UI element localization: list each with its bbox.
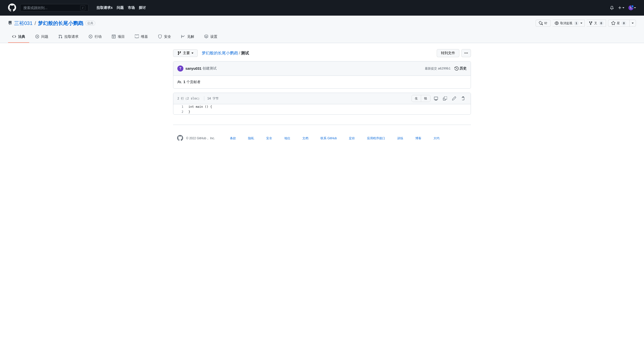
copy-button[interactable] <box>441 95 449 102</box>
history-icon <box>455 66 459 71</box>
footer-training[interactable]: 训练 <box>397 136 403 141</box>
code-actions: 生 怪 <box>412 95 467 102</box>
github-logo[interactable] <box>8 4 16 12</box>
more-options-button[interactable] <box>461 49 471 57</box>
watch-count: 1 <box>574 21 579 25</box>
goto-file-button[interactable]: 转到文件 <box>437 49 459 57</box>
commit-box: T sanyu031 创建测试 最新提交 a6299b1 历史 1 个贡献者 <box>173 61 471 89</box>
history-label: 历史 <box>460 66 467 71</box>
footer-links: 条款 隐私 安全 地位 文档 联系 GitHub 定价 应用程序接口 训练 博客… <box>230 136 439 141</box>
create-new-dropdown[interactable] <box>618 6 624 10</box>
star-label: 星 <box>617 21 620 26</box>
history-link[interactable]: 历史 <box>455 66 467 71</box>
footer-terms[interactable]: 条款 <box>230 136 236 141</box>
tab-pulls-label: 拉取请求 <box>64 33 78 40</box>
caret-down-icon <box>580 23 582 24</box>
unwatch-label: 取消监视 <box>560 21 572 26</box>
kebab-icon <box>464 51 468 55</box>
repo-actions: 针 取消监视 1 叉 0 星 <box>536 20 636 27</box>
unwatch-button[interactable]: 取消监视 1 <box>553 20 585 27</box>
repo-name-link[interactable]: 梦幻般的长尾小鹦鹉 <box>38 20 83 26</box>
commit-avatar[interactable]: T <box>177 65 183 72</box>
footer-blog[interactable]: 博客 <box>415 136 421 141</box>
file-nav: 主要 梦幻般的长尾小鹦鹉 / 测试 转到文件 <box>173 49 471 57</box>
search-input[interactable] <box>23 6 80 10</box>
branch-select[interactable]: 主要 <box>173 49 198 57</box>
footer-privacy[interactable]: 隐私 <box>248 136 254 141</box>
star-count: 0 <box>621 21 626 25</box>
footer-pricing[interactable]: 定价 <box>349 136 355 141</box>
nav-issues[interactable]: 问题 <box>117 6 124 10</box>
star-dropdown[interactable] <box>630 20 636 27</box>
raw-blame-group: 生 怪 <box>412 95 430 102</box>
avatar-icon: T <box>628 5 633 10</box>
nav-marketplace[interactable]: 市场 <box>128 6 135 10</box>
footer-about[interactable]: 大约 <box>433 136 439 141</box>
commit-sha[interactable]: a6299b1 <box>438 67 451 70</box>
user-menu[interactable]: T <box>628 5 636 10</box>
svg-point-0 <box>37 36 38 37</box>
raw-button[interactable]: 生 <box>412 95 421 102</box>
repo-icon <box>8 21 12 26</box>
footer-logo-icon[interactable] <box>177 135 183 142</box>
delete-button[interactable] <box>460 95 467 102</box>
global-header: / 拉取请求s 问题 市场 探讨 T <box>0 0 644 16</box>
pin-button[interactable]: 针 <box>536 20 551 27</box>
notifications-icon[interactable] <box>610 6 614 10</box>
search-slash-hint: / <box>80 5 85 10</box>
tab-code[interactable]: 法典 <box>8 31 29 43</box>
pin-label: 针 <box>544 21 547 26</box>
footer-api[interactable]: 应用程序接口 <box>367 136 385 141</box>
tab-issues[interactable]: 问题 <box>31 31 52 43</box>
code-box: 2 行（2 sloc） 14 字节 生 怪 1int main () {2} <box>173 93 471 115</box>
breadcrumb: 梦幻般的长尾小鹦鹉 / 测试 <box>202 51 249 56</box>
footer-copyright: © 2022 GitHub， Inc. <box>186 136 215 141</box>
caret-down-icon <box>632 23 634 24</box>
fork-button-group: 叉 0 <box>587 20 606 27</box>
repo-owner-link[interactable]: 三裕031 <box>14 20 32 27</box>
tab-projects-label: 项目 <box>118 33 125 40</box>
breadcrumb-repo[interactable]: 梦幻般的长尾小鹦鹉 <box>202 51 238 56</box>
blame-button[interactable]: 怪 <box>421 95 430 102</box>
desktop-button[interactable] <box>432 95 439 102</box>
branch-name: 主要 <box>183 51 190 55</box>
tab-wiki-label: 维基 <box>141 33 148 40</box>
line-number[interactable]: 1 <box>173 104 186 109</box>
tab-insights[interactable]: 见解 <box>177 31 198 43</box>
footer-contact[interactable]: 联系 GitHub <box>320 136 337 141</box>
commit-message[interactable]: 创建测试 <box>203 66 217 71</box>
search-box[interactable]: / <box>20 4 89 12</box>
tab-wiki[interactable]: 维基 <box>131 31 152 43</box>
tab-pulls[interactable]: 拉取请求 <box>54 31 83 43</box>
footer-status[interactable]: 地位 <box>284 136 290 141</box>
tab-actions-label: 行动 <box>95 33 102 40</box>
commit-author[interactable]: sanyu031 <box>185 66 202 71</box>
divider <box>204 96 204 101</box>
code-line: 1int main () { <box>173 104 471 109</box>
desktop-icon <box>434 96 438 100</box>
edit-button[interactable] <box>451 95 458 102</box>
header-right: T <box>610 5 636 10</box>
latest-commit-label: 最新提交 <box>425 67 437 70</box>
people-icon <box>177 80 181 84</box>
line-number[interactable]: 2 <box>173 109 186 114</box>
tab-issues-label: 问题 <box>41 33 48 40</box>
repo-title-row: 三裕031 / 梦幻般的长尾小鹦鹉 公共 针 取消监视 1 叉 <box>8 20 636 27</box>
nav-pulls[interactable]: 拉取请求s <box>97 6 113 10</box>
line-content[interactable]: } <box>186 109 193 114</box>
tab-projects[interactable]: 项目 <box>108 31 129 43</box>
tab-security[interactable]: 安全 <box>154 31 175 43</box>
footer-security[interactable]: 安全 <box>266 136 272 141</box>
commit-meta: 最新提交 a6299b1 历史 <box>425 66 467 71</box>
star-button-group: 星 0 <box>608 20 636 27</box>
line-content[interactable]: int main () { <box>186 104 215 109</box>
fork-button[interactable]: 叉 0 <box>587 20 606 27</box>
contributors-text[interactable]: 1 个贡献者 <box>183 80 200 84</box>
tab-actions[interactable]: 行动 <box>85 31 106 43</box>
repo-tabs: 法典 问题 拉取请求 行动 项目 维基 安全 见解 设置 <box>8 31 636 43</box>
nav-explore[interactable]: 探讨 <box>139 6 146 10</box>
tab-settings[interactable]: 设置 <box>200 31 221 43</box>
header-left: / 拉取请求s 问题 市场 探讨 <box>8 4 146 12</box>
footer-docs[interactable]: 文档 <box>302 136 308 141</box>
star-button[interactable]: 星 0 <box>608 20 630 27</box>
